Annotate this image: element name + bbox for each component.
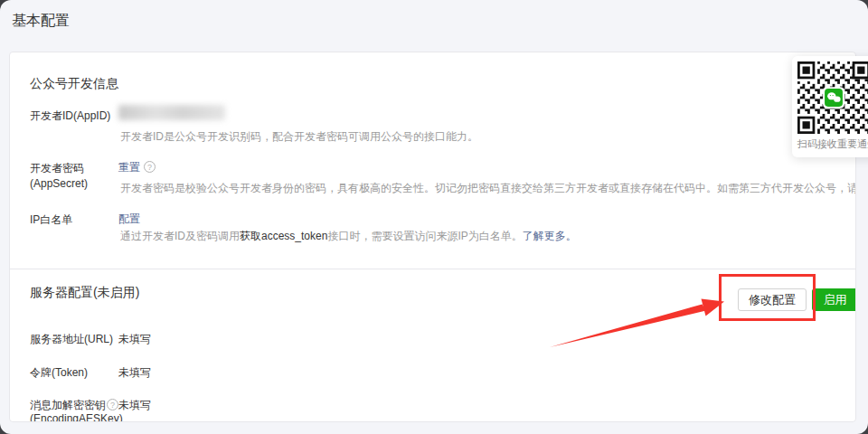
ip-desc-suffix: 接口时，需要设置访问来源IP为白名单。 (327, 230, 522, 242)
ip-whitelist-desc: 通过开发者ID及密码调用获取access_token接口时，需要设置访问来源IP… (120, 229, 577, 244)
learn-more-link[interactable]: 了解更多。 (523, 230, 577, 242)
question-circle-icon[interactable]: ? (107, 399, 118, 410)
token-value: 未填写 (118, 365, 151, 381)
modify-config-button[interactable]: 修改配置 (738, 288, 807, 311)
appsecret-actions: 重置? (118, 160, 156, 175)
basic-config-page: 基本配置 公众号开发信息 开发者ID(AppID) 开发者ID是公众号开发识别码… (0, 0, 868, 434)
qr-caption: 扫码接收重要通知 (797, 137, 868, 151)
appsecret-label-line2: (AppSecret) (30, 177, 88, 190)
appid-label: 开发者ID(AppID) (30, 108, 110, 124)
question-circle-icon[interactable]: ? (144, 161, 156, 173)
token-label: 令牌(Token) (30, 365, 88, 381)
qr-notice-panel: 扫码接收重要通知 (792, 56, 868, 157)
aeskey-label-line2: (EncodingAESKey) (30, 412, 123, 422)
appid-value-redacted (118, 105, 225, 120)
enable-button[interactable]: 启用 (812, 288, 856, 311)
section-title-server-config: 服务器配置(未启用) (30, 285, 139, 301)
appid-desc: 开发者ID是公众号开发识别码，配合开发者密码可调用公众号的接口能力。 (120, 129, 478, 145)
server-url-label: 服务器地址(URL) (30, 332, 113, 347)
aeskey-value: 未填写 (118, 398, 151, 413)
appsecret-label-line1: 开发者密码 (30, 161, 84, 176)
configure-ip-whitelist-link[interactable]: 配置 (118, 212, 140, 227)
qr-code-icon (797, 61, 868, 134)
server-url-value: 未填写 (118, 332, 151, 347)
aeskey-label-text: 消息加解密密钥 (30, 399, 106, 411)
access-token-text: 获取access_token (240, 230, 327, 242)
reset-appsecret-link[interactable]: 重置 (118, 161, 140, 174)
appsecret-desc: 开发者密码是校验公众号开发者身份的密码，具有极高的安全性。切记勿把密码直接交给第… (120, 181, 856, 196)
wechat-logo-icon (823, 87, 844, 108)
section-title-dev-info: 公众号开发信息 (30, 76, 118, 92)
page-title: 基本配置 (12, 12, 70, 31)
ip-whitelist-label: IP白名单 (30, 212, 72, 228)
main-card: 公众号开发信息 开发者ID(AppID) 开发者ID是公众号开发识别码，配合开发… (9, 52, 856, 422)
ip-desc-prefix: 通过开发者ID及密码调用 (120, 230, 240, 242)
aeskey-label-line1: 消息加解密密钥? (30, 398, 118, 413)
section-divider (10, 269, 855, 269)
